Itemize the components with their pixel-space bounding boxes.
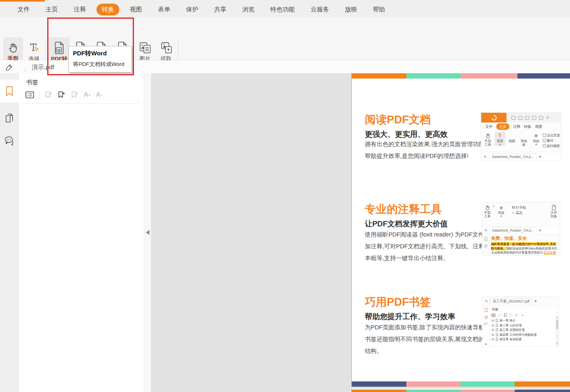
menu-tab-comment[interactable]: 注释	[74, 6, 86, 13]
hand-icon	[8, 40, 19, 55]
menu-tab-home[interactable]: 主页	[46, 6, 58, 13]
foxit-reader-window: 文件 主页 注释 转换 视图 表单 保护 共享 浏览 特色功能 云服务 放映 帮…	[0, 0, 570, 392]
menu-tab-cloud[interactable]: 云服务	[311, 6, 329, 13]
section-body: 使用福昕PDF阅读器 (foxit reader) 为PDF文件添 加注释,可对…	[365, 229, 496, 264]
menu-tab-share[interactable]: 共享	[214, 6, 226, 13]
mini-scrollbar: ∧ ∨	[556, 316, 559, 346]
document-view: 阅读PDF文档 更强大、更实用、更高效 拥有出色的文档渲染效果,强大的页面管理功…	[151, 73, 570, 392]
menu-tab-slideshow[interactable]: 放映	[345, 6, 357, 13]
bookmarks-panel: 书签	[19, 73, 144, 392]
add-bookmark-button[interactable]	[57, 91, 66, 99]
mini-doc-tab-bar: ✎ Datasheet_Reader_CN.p... ×	[482, 226, 560, 234]
menu-tab-file[interactable]: 文件	[18, 6, 30, 13]
print-icon	[525, 116, 529, 120]
section-title: 巧用PDF书签	[365, 295, 431, 309]
menu-tab-protect[interactable]: 保护	[186, 6, 198, 13]
pages-icon	[4, 112, 15, 124]
bookmark-icon	[4, 85, 14, 97]
extract-image-icon	[160, 40, 173, 55]
menu-tab-convert[interactable]: 转换	[96, 4, 119, 15]
pencil-icon: ✎	[485, 299, 488, 303]
font-increase-button[interactable]: A+	[83, 91, 91, 99]
section-subtitle: 让PDF文档发挥更大价值	[365, 219, 448, 229]
mail-icon	[532, 116, 536, 120]
folder-icon	[511, 116, 515, 120]
mini-view-options: 适合页面 重排 旋转视图	[543, 131, 560, 149]
collapse-panel-arrow-icon[interactable]	[146, 230, 149, 235]
undo-icon: ↺	[546, 116, 549, 120]
section-title: 专业的注释工具	[365, 202, 442, 217]
mini-screenshot-reader: ↺ 文件 主页 注释 转换 视图	[481, 112, 561, 161]
mini-doc-content: 免费、快速、安全 福昕阅读器是一款功能强大的PDF阅读软件,具有 档与表单。福昕…	[482, 234, 560, 256]
tooltip-title: PDF转Word	[73, 50, 127, 57]
tooltip: PDF转Word 将PDF文档转成Word	[68, 46, 132, 72]
navigation-sidebar	[0, 73, 19, 392]
mini-doc-tab-bar: ✎ Datasheet_Reader_CN.p... ×	[481, 152, 561, 161]
menu-tab-view[interactable]: 视图	[130, 6, 142, 13]
delete-bookmark-button[interactable]	[44, 91, 53, 99]
mini-doc-tab-bar: ✎ 员工手册_20120917.pdf ×	[482, 297, 559, 306]
menu-tab-browse[interactable]: 浏览	[242, 6, 254, 13]
main-area: 书签	[0, 73, 570, 392]
section-body: 为PDF页面添加书签,除了实现内容的快速导航, 书签还能指明不同书签的层级关系,…	[365, 322, 486, 357]
mini-toolbar: 手型工具 T 选择▾ 截图 剪贴板	[481, 131, 561, 152]
next-page-color-bar	[352, 390, 570, 392]
select-text-icon	[28, 40, 39, 55]
bookmarks-panel-toolbar: A+ A−	[25, 90, 103, 100]
comments-icon	[4, 136, 15, 146]
pencil-icon: ✎	[484, 155, 487, 159]
mini-sidebar: ▼	[482, 306, 490, 346]
menu-bar: 文件 主页 注释 转换 视图 表单 保护 共享 浏览 特色功能 云服务 放映 帮…	[0, 2, 570, 17]
pdf-to-word-icon: W	[53, 40, 65, 55]
section-subtitle: 更强大、更实用、更高效	[365, 129, 448, 139]
tooltip-description: 将PDF文档转成Word	[73, 61, 127, 68]
pdf-page: 阅读PDF文档 更强大、更实用、更高效 拥有出色的文档渲染效果,强大的页面管理功…	[351, 73, 570, 387]
page-bottom-color-bar	[352, 381, 570, 387]
section-subtitle: 帮助您提升工作、学习效率	[365, 311, 455, 322]
toolbar-divider	[39, 91, 39, 99]
panel-resizer[interactable]	[144, 73, 151, 392]
doc-icon	[539, 116, 543, 120]
bookmark-list-menu-button[interactable]	[25, 91, 34, 99]
image-to-pdf-icon	[139, 40, 151, 55]
pencil-icon: ✎	[484, 228, 487, 232]
mini-menu-tabs: 文件 主页 注释 转换 视图	[481, 123, 561, 131]
mini-quick-icons: ↺	[511, 116, 549, 120]
sidebar-comments-button[interactable]	[0, 129, 19, 152]
mini-header: ↺	[481, 113, 561, 123]
save-icon	[518, 116, 522, 120]
annotate-pencil-icon[interactable]	[5, 63, 14, 72]
section-title: 阅读PDF文档	[365, 112, 431, 127]
mini-screenshot-annotation: 手型工具 T ⊕ 缩放▾	[482, 202, 560, 256]
menu-tab-features[interactable]: 特色功能	[270, 6, 295, 13]
sidebar-bookmarks-button[interactable]	[0, 80, 19, 103]
foxit-logo	[481, 113, 506, 123]
section-body: 拥有出色的文档渲染效果,强大的页面管理功能, 帮助提升效率,是您阅读PDF的理想…	[365, 138, 486, 162]
mini-bookmarks-panel: 书签 A⁺A⁻ ⊞第一章 简介 ⊞第二章 入职管理 ⊞第三章 试用期管理	[490, 306, 559, 346]
mini-toolbar: 手型工具 T ⊕ 缩放▾	[482, 202, 560, 226]
menu-tab-help[interactable]: 帮助	[373, 6, 385, 13]
bookmarks-panel-title: 书签	[26, 79, 38, 86]
font-decrease-button[interactable]: A−	[96, 91, 103, 99]
close-icon: ×	[539, 155, 541, 159]
panel-separator	[23, 103, 140, 104]
close-icon: ×	[535, 299, 537, 303]
expand-bookmarks-button[interactable]	[70, 91, 79, 99]
mini-screenshot-bookmarks: ✎ 员工手册_20120917.pdf × ▼ 书签	[482, 296, 559, 347]
page-top-color-bar	[352, 73, 570, 79]
document-tab[interactable]: 演示.pdf	[25, 61, 73, 73]
sidebar-pages-button[interactable]	[0, 107, 19, 129]
close-icon: ×	[539, 228, 541, 232]
next-pdf-page-edge	[351, 389, 570, 392]
menu-tab-form[interactable]: 表单	[158, 6, 170, 13]
svg-text:W: W	[57, 48, 61, 52]
